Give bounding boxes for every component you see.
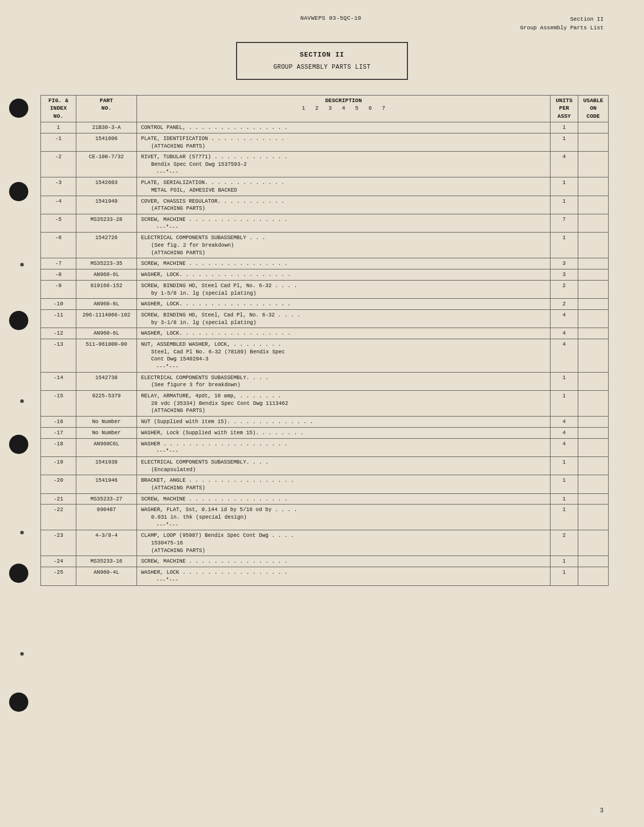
cell-part: 819166-152 bbox=[76, 280, 137, 298]
cell-usable bbox=[578, 177, 609, 196]
cell-fig: -23 bbox=[41, 530, 76, 556]
cell-units: 2 bbox=[550, 530, 578, 556]
cell-part: MS35223-35 bbox=[76, 258, 137, 269]
cell-part: MS35233-27 bbox=[76, 493, 137, 504]
col-header-usable: USABLEONCODE bbox=[578, 96, 609, 122]
cell-units: 4 bbox=[550, 152, 578, 177]
cell-part: 511-061800-00 bbox=[76, 339, 137, 372]
table-row: -25AN960-4LWASHER, LOCK . . . . . . . . … bbox=[41, 567, 609, 585]
cell-fig: -13 bbox=[41, 339, 76, 372]
cell-desc: COVER, CHASSIS REGULATOR. . . . . . . . … bbox=[137, 196, 550, 214]
cell-fig: -6 bbox=[41, 233, 76, 258]
cell-desc: RELAY, ARMATURE, 4pdt, 10 amp, . . . . .… bbox=[137, 391, 550, 417]
cell-part: 9225-5379 bbox=[76, 391, 137, 417]
col-header-fig: FIG. &INDEXNO. bbox=[41, 96, 76, 122]
table-row: -16No NumberNUT (Supplied with item 15).… bbox=[41, 417, 609, 428]
cell-units: 1 bbox=[550, 391, 578, 417]
cell-part: 890487 bbox=[76, 504, 137, 530]
cell-fig: -1 bbox=[41, 133, 76, 151]
section-title-line1: SECTION II bbox=[247, 51, 397, 59]
cell-units: 1 bbox=[550, 456, 578, 475]
cell-usable bbox=[578, 493, 609, 504]
cell-usable bbox=[578, 152, 609, 177]
cell-part: 1541606 bbox=[76, 133, 137, 151]
cell-desc: WASHER, LOCK. . . . . . . . . . . . . . … bbox=[137, 299, 550, 310]
cell-units: 3 bbox=[550, 258, 578, 269]
cell-part: AN960C6L bbox=[76, 438, 137, 456]
cell-fig: -22 bbox=[41, 504, 76, 530]
cell-fig: -18 bbox=[41, 438, 76, 456]
cell-desc: BRACKET, ANGLE . . . . . . . . . . . . .… bbox=[137, 475, 550, 493]
cell-usable bbox=[578, 530, 609, 556]
cell-fig: -8 bbox=[41, 269, 76, 281]
dot-3 bbox=[20, 531, 24, 534]
section-label: Section II Group Assembly Parts List bbox=[520, 15, 604, 32]
cell-desc: PLATE, SERIALIZATION. . . . . . . . . . … bbox=[137, 177, 550, 196]
cell-part: 1541949 bbox=[76, 196, 137, 214]
cell-fig: -16 bbox=[41, 417, 76, 428]
cell-part: 1541946 bbox=[76, 475, 137, 493]
cell-usable bbox=[578, 427, 609, 438]
cell-fig: -14 bbox=[41, 372, 76, 390]
cell-units: 1 bbox=[550, 177, 578, 196]
cell-fig: -2 bbox=[41, 152, 76, 177]
table-row: -201541946BRACKET, ANGLE . . . . . . . .… bbox=[41, 475, 609, 493]
cell-fig: -12 bbox=[41, 328, 76, 339]
parts-table: FIG. &INDEXNO. PARTNO. DESCRIPTION 1 2 3… bbox=[40, 95, 609, 586]
circle-6 bbox=[9, 693, 28, 712]
cell-part: 1542726 bbox=[76, 233, 137, 258]
cell-usable bbox=[578, 280, 609, 298]
cell-desc: PLATE, IDENTIFICATION . . . . . . . . . … bbox=[137, 133, 550, 151]
cell-desc: ELECTRICAL COMPONENTS SUBASSEMBLY. . . .… bbox=[137, 372, 550, 390]
cell-units: 4 bbox=[550, 417, 578, 428]
dot-4 bbox=[20, 652, 24, 656]
section-title-box: SECTION II GROUP ASSEMBLY PARTS LIST bbox=[236, 42, 408, 80]
cell-units: 2 bbox=[550, 280, 578, 298]
circle-1 bbox=[9, 99, 28, 118]
cell-part: 1542603 bbox=[76, 177, 137, 196]
table-row: -191541938ELECTRICAL COMPONENTS SUBASSEM… bbox=[41, 456, 609, 475]
circle-3 bbox=[9, 311, 28, 330]
cell-desc: SCREW, MACHINE . . . . . . . . . . . . .… bbox=[137, 214, 550, 233]
cell-units: 2 bbox=[550, 299, 578, 310]
cell-part: 21B30-3-A bbox=[76, 122, 137, 133]
cell-units: 1 bbox=[550, 504, 578, 530]
cell-fig: -5 bbox=[41, 214, 76, 233]
cell-part: 1542738 bbox=[76, 372, 137, 390]
cell-fig: -15 bbox=[41, 391, 76, 417]
cell-usable bbox=[578, 417, 609, 428]
cell-usable bbox=[578, 328, 609, 339]
cell-part: MS35233-16 bbox=[76, 556, 137, 567]
cell-units: 4 bbox=[550, 328, 578, 339]
table-row: -24MS35233-16SCREW, MACHINE . . . . . . … bbox=[41, 556, 609, 567]
table-row: -8AN960-6LWASHER, LOCK. . . . . . . . . … bbox=[41, 269, 609, 281]
cell-part: MS35233-28 bbox=[76, 214, 137, 233]
cell-part: CE-100-7/32 bbox=[76, 152, 137, 177]
cell-usable bbox=[578, 504, 609, 530]
table-row: -18AN960C6LWASHER . . . . . . . . . . . … bbox=[41, 438, 609, 456]
cell-fig: -24 bbox=[41, 556, 76, 567]
cell-usable bbox=[578, 567, 609, 585]
cell-units: 1 bbox=[550, 196, 578, 214]
table-row: -2CE-100-7/32RIVET, TUBULAR (57771) . . … bbox=[41, 152, 609, 177]
cell-units: 4 bbox=[550, 438, 578, 456]
cell-desc: SCREW, MACHINE . . . . . . . . . . . . .… bbox=[137, 493, 550, 504]
cell-fig: -3 bbox=[41, 177, 76, 196]
cell-units: 1 bbox=[550, 133, 578, 151]
circle-2 bbox=[9, 182, 28, 201]
cell-desc: WASHER, LOCK. . . . . . . . . . . . . . … bbox=[137, 328, 550, 339]
table-row: -234-3/8-4CLAMP, LOOP (95987) Bendix Spe… bbox=[41, 530, 609, 556]
cell-desc: SCREW, MACHINE . . . . . . . . . . . . .… bbox=[137, 556, 550, 567]
cell-usable bbox=[578, 233, 609, 258]
cell-fig: -11 bbox=[41, 309, 76, 328]
cell-units: 3 bbox=[550, 269, 578, 281]
cell-units: 1 bbox=[550, 233, 578, 258]
dot-1 bbox=[20, 263, 24, 266]
cell-usable bbox=[578, 339, 609, 372]
table-row: -41541949COVER, CHASSIS REGULATOR. . . .… bbox=[41, 196, 609, 214]
cell-part: 1541938 bbox=[76, 456, 137, 475]
cell-usable bbox=[578, 214, 609, 233]
col-header-part: PARTNO. bbox=[76, 96, 137, 122]
table-row: -11541606PLATE, IDENTIFICATION . . . . .… bbox=[41, 133, 609, 151]
cell-desc: NUT (Supplied with item 15). . . . . . .… bbox=[137, 417, 550, 428]
